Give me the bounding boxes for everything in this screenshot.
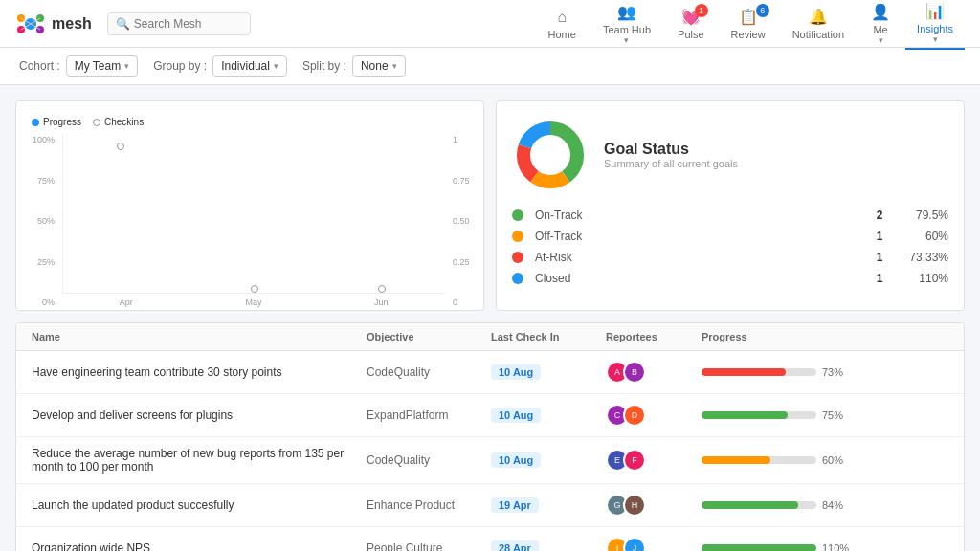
col-progress: Progress — [702, 331, 948, 342]
groupby-chevron: ▾ — [274, 61, 278, 71]
row3-name: Reduce the average number of new bug rep… — [32, 447, 367, 474]
chart-panel: Progress Checkins 100% 75% 50% 25% 0% — [15, 100, 484, 311]
ontrack-color — [512, 209, 523, 221]
offtrack-color — [512, 231, 523, 242]
row3-avatars: E F — [606, 449, 702, 472]
splitby-value: None — [361, 59, 389, 73]
search-icon: 🔍 — [116, 17, 130, 31]
insights-icon: 📊 — [925, 2, 945, 21]
logo[interactable]: mesh — [15, 9, 92, 39]
search-input[interactable] — [134, 17, 239, 31]
row1-bar — [702, 368, 786, 376]
nav-insights-label: Insights — [917, 23, 953, 34]
goal-status-panel: Goal Status Summary of all current goals… — [496, 100, 965, 311]
row1-pct: 73% — [822, 366, 857, 378]
row3-progress: 60% — [702, 454, 948, 466]
row2-bar — [702, 411, 788, 419]
nav-notification[interactable]: 🔔 Notification — [781, 4, 856, 44]
row2-avatars: C D — [606, 404, 702, 427]
pulse-badge: 1 — [695, 4, 708, 17]
nav-home[interactable]: ⌂ Home — [537, 4, 588, 44]
row5-bar — [702, 544, 816, 551]
y-left-50: 50% — [32, 216, 55, 226]
nav-insights[interactable]: 📊 Insights ▾ — [905, 0, 965, 50]
cohort-label: Cohort : — [19, 59, 60, 73]
cohort-select[interactable]: My Team ▾ — [66, 55, 138, 77]
atrisk-pct: 73.33% — [901, 251, 948, 264]
checkin-dot-apr — [117, 143, 124, 150]
row2-name: Develop and deliver screens for plugins — [32, 408, 367, 422]
offtrack-pct: 60% — [901, 230, 948, 243]
row4-avatars: G H — [606, 494, 702, 517]
closed-pct: 110% — [901, 272, 948, 285]
review-badge: 6 — [756, 4, 769, 17]
col-objective: Objective — [367, 331, 491, 342]
row2-progress: 75% — [702, 409, 948, 421]
nav-me[interactable]: 👤 Me ▾ — [859, 0, 902, 49]
row4-checkin: 19 Apr — [491, 497, 539, 513]
goal-title: Goal Status — [604, 141, 738, 158]
y-right-075: 0.75 — [453, 176, 468, 186]
splitby-label: Split by : — [302, 59, 346, 73]
closed-color — [512, 273, 523, 284]
goal-row-closed: Closed 1 110% — [512, 272, 948, 285]
avatar: H — [623, 494, 646, 517]
row5-progress: 110% — [702, 542, 948, 551]
groupby-select[interactable]: Individual ▾ — [212, 55, 287, 77]
row5-objective: People Culture — [367, 541, 491, 551]
progress-legend-label: Progress — [43, 117, 81, 127]
x-label-apr: Apr — [62, 294, 189, 307]
closed-count: 1 — [870, 272, 889, 285]
col-name: Name — [32, 331, 367, 342]
nav-pulse-label: Pulse — [678, 29, 704, 40]
groupby-label: Group by : — [153, 59, 207, 73]
nav-notification-label: Notification — [792, 29, 844, 40]
goal-header: Goal Status Summary of all current goals — [512, 117, 948, 193]
y-left-25: 25% — [32, 257, 55, 267]
nav-pulse[interactable]: 💓 1 Pulse — [666, 4, 716, 44]
avatar: J — [623, 537, 646, 551]
row3-objective: CodeQuality — [367, 453, 491, 467]
nav-review-label: Review — [731, 29, 766, 40]
cohort-value: My Team — [75, 59, 121, 73]
row4-progress: 84% — [702, 499, 948, 511]
y-right-05: 0.50 — [453, 216, 468, 226]
col-reportees: Reportees — [606, 331, 702, 342]
nav-review[interactable]: 📋 6 Review — [720, 4, 777, 44]
y-left-100: 100% — [32, 135, 55, 144]
notification-icon: 🔔 — [809, 8, 828, 27]
atrisk-count: 1 — [870, 251, 889, 264]
row4-name: Launch the updated product succesfully — [32, 498, 367, 512]
checkins-legend-label: Checkins — [104, 117, 144, 127]
closed-label: Closed — [535, 272, 602, 285]
avatar: F — [623, 449, 646, 472]
top-navigation: mesh 🔍 ⌂ Home 👥 Team Hub ▾ 💓 1 Pulse 📋 6… — [0, 0, 980, 48]
legend-progress: Progress — [32, 117, 81, 127]
atrisk-color — [512, 252, 523, 263]
row5-pct: 110% — [822, 542, 857, 551]
nav-me-label: Me — [873, 24, 887, 35]
row1-progress: 73% — [702, 366, 948, 378]
table-row: Launch the updated product succesfully E… — [16, 484, 964, 527]
table-row: Develop and deliver screens for plugins … — [16, 394, 964, 437]
goal-rows: On-Track 2 79.5% Off-Track 1 60% At-Risk… — [512, 209, 948, 285]
row2-checkin: 10 Aug — [491, 408, 541, 423]
atrisk-label: At-Risk — [535, 251, 602, 264]
y-axis-left: 100% 75% 50% 25% 0% — [32, 135, 62, 307]
teamhub-chevron: ▾ — [624, 35, 629, 45]
search-box[interactable]: 🔍 — [107, 12, 251, 35]
row1-checkin: 10 Aug — [491, 364, 541, 380]
row3-checkin: 10 Aug — [491, 452, 541, 468]
table-row: Organization wide NPS People Culture 28 … — [16, 527, 964, 551]
chart-body: Apr May Jun — [62, 135, 445, 307]
teamhub-icon: 👥 — [617, 3, 636, 22]
splitby-select[interactable]: None ▾ — [352, 55, 406, 77]
nav-teamhub[interactable]: 👥 Team Hub ▾ — [591, 0, 662, 49]
row5-checkin: 28 Apr — [491, 540, 539, 551]
x-axis: Apr May Jun — [62, 294, 445, 307]
logo-icon — [15, 9, 46, 39]
offtrack-count: 1 — [870, 230, 889, 243]
donut-chart — [512, 117, 589, 193]
groupby-filter: Group by : Individual ▾ — [153, 55, 287, 77]
table-row: Reduce the average number of new bug rep… — [16, 437, 964, 484]
